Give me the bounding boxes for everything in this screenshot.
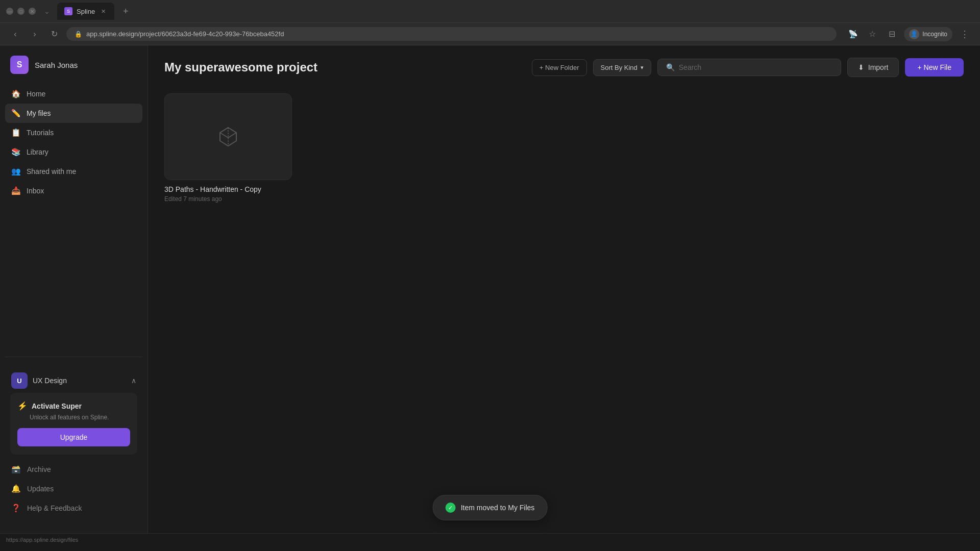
sidebar-nav: 🏠 Home ✏️ My files 📋 Tutorials 📚 Library…: [0, 84, 148, 350]
lock-icon: 🔒: [75, 31, 82, 38]
sort-button[interactable]: Sort By Kind ▾: [593, 59, 651, 76]
incognito-label: Incognito: [922, 31, 947, 38]
toast-notification: ✓ Item moved to My Files: [433, 495, 548, 520]
check-mark: ✓: [448, 505, 453, 511]
address-bar[interactable]: 🔒 app.spline.design/project/60623a3d-fe6…: [66, 27, 837, 41]
sidebar: S Sarah Jonas 🏠 Home ✏️ My files 📋 Tutor…: [0, 45, 148, 533]
browser-actions: 📡 ☆ ⊟ 👤 Incognito ⋮: [846, 27, 972, 41]
file-card[interactable]: 3D Paths - Handwritten - Copy Edited 7 m…: [164, 93, 292, 203]
window-controls: — ◻ ✕: [6, 8, 36, 15]
sidebar-item-tutorials[interactable]: 📋 Tutorials: [5, 123, 142, 142]
browser-chrome: — ◻ ✕ ⌄ S Spline ✕ + ‹ › ↻ 🔒 app.spline.…: [0, 0, 980, 45]
sidebar-item-inbox-label: Inbox: [27, 187, 44, 195]
search-placeholder: Search: [679, 63, 701, 71]
home-icon: 🏠: [11, 89, 20, 98]
browser-navbar: ‹ › ↻ 🔒 app.spline.design/project/60623a…: [0, 22, 980, 45]
tab-close-button[interactable]: ✕: [99, 7, 107, 15]
sidebar-item-shared[interactable]: 👥 Shared with me: [5, 162, 142, 181]
tab-favicon: S: [64, 7, 72, 15]
new-tab-button[interactable]: +: [118, 4, 133, 18]
sidebar-item-my-files-label: My files: [27, 109, 51, 117]
status-url: https://app.spline.design/files: [6, 537, 78, 543]
upgrade-button[interactable]: Upgrade: [17, 428, 130, 446]
nav-divider: [5, 357, 142, 357]
updates-icon: 🔔: [11, 484, 21, 493]
tabs-collapse[interactable]: ⌄: [44, 7, 50, 15]
archive-label: Archive: [27, 465, 51, 473]
sidebar-bottom: 🗃️ Archive 🔔 Updates ❓ Help & Feedback: [0, 455, 148, 523]
avatar-letter: S: [17, 60, 22, 69]
sidebar-item-updates[interactable]: 🔔 Updates: [5, 479, 142, 498]
sidebar-item-home[interactable]: 🏠 Home: [5, 84, 142, 104]
file-grid: 3D Paths - Handwritten - Copy Edited 7 m…: [148, 89, 980, 207]
help-label: Help & Feedback: [27, 504, 82, 512]
browser-titlebar: — ◻ ✕ ⌄ S Spline ✕ +: [0, 0, 980, 22]
workspace-header[interactable]: U UX Design ∧: [5, 368, 142, 393]
toast-message: Item moved to My Files: [461, 504, 535, 512]
sidebar-item-inbox[interactable]: 📥 Inbox: [5, 181, 142, 201]
activate-super-desc: Unlock all features on Spline.: [17, 414, 130, 421]
tab-title: Spline: [77, 8, 95, 15]
sidebar-toggle[interactable]: ⊟: [885, 27, 899, 41]
workspace-info: U UX Design: [11, 372, 67, 389]
sidebar-item-tutorials-label: Tutorials: [27, 129, 54, 137]
win-minimize[interactable]: —: [6, 8, 13, 15]
activate-super-header: ⚡ Activate Super: [17, 401, 130, 411]
workspace-avatar-letter: U: [17, 377, 21, 385]
app-layout: S Sarah Jonas 🏠 Home ✏️ My files 📋 Tutor…: [0, 45, 980, 533]
tutorials-icon: 📋: [11, 128, 20, 137]
shared-icon: 👥: [11, 167, 20, 176]
win-maximize[interactable]: ◻: [17, 8, 24, 15]
forward-button[interactable]: ›: [28, 27, 42, 41]
sidebar-item-library-label: Library: [27, 148, 48, 156]
new-file-button[interactable]: + New File: [905, 58, 964, 77]
upgrade-section: ⚡ Activate Super Unlock all features on …: [10, 393, 137, 455]
header-actions: + New Folder Sort By Kind ▾ 🔍 Search ⬇ I…: [532, 58, 964, 77]
workspace-collapse-icon[interactable]: ∧: [131, 377, 136, 385]
search-bar[interactable]: 🔍 Search: [657, 59, 841, 76]
menu-button[interactable]: ⋮: [958, 27, 972, 41]
user-profile[interactable]: S Sarah Jonas: [0, 56, 148, 84]
incognito-avatar: 👤: [909, 29, 919, 39]
sidebar-item-shared-label: Shared with me: [27, 167, 76, 176]
refresh-button[interactable]: ↻: [47, 27, 61, 41]
win-close[interactable]: ✕: [29, 8, 36, 15]
import-button[interactable]: ⬇ Import: [847, 58, 899, 77]
new-folder-button[interactable]: + New Folder: [532, 59, 587, 76]
sidebar-item-library[interactable]: 📚 Library: [5, 142, 142, 162]
sort-chevron-icon: ▾: [641, 64, 644, 71]
workspace-avatar: U: [11, 372, 28, 389]
project-title: My superawesome project: [164, 60, 317, 74]
sidebar-item-archive[interactable]: 🗃️ Archive: [5, 460, 142, 479]
sidebar-item-my-files[interactable]: ✏️ My files: [5, 104, 142, 123]
address-text: app.spline.design/project/60623a3d-fe69-…: [86, 30, 284, 38]
content-header: My superawesome project + New Folder Sor…: [148, 45, 980, 89]
file-name: 3D Paths - Handwritten - Copy: [164, 185, 292, 193]
import-label: Import: [868, 63, 889, 71]
cube-icon: [216, 124, 240, 149]
my-files-icon: ✏️: [11, 109, 20, 118]
main-content: My superawesome project + New Folder Sor…: [148, 45, 980, 533]
browser-tab-spline[interactable]: S Spline ✕: [57, 3, 114, 20]
status-bar: https://app.spline.design/files: [0, 533, 980, 545]
activate-super-label: Activate Super: [32, 402, 82, 410]
toast-check-icon: ✓: [446, 503, 456, 513]
user-avatar: S: [10, 56, 29, 74]
lightning-icon: ⚡: [17, 401, 28, 411]
workspace-name: UX Design: [33, 377, 67, 385]
updates-label: Updates: [27, 485, 54, 493]
workspace-section: U UX Design ∧ ⚡ Activate Super Unlock al…: [0, 363, 148, 455]
sort-label: Sort By Kind: [601, 64, 638, 71]
import-icon: ⬇: [858, 63, 864, 71]
archive-icon: 🗃️: [11, 465, 21, 474]
user-name: Sarah Jonas: [35, 61, 78, 69]
incognito-indicator: 👤 Incognito: [904, 27, 952, 41]
inbox-icon: 📥: [11, 186, 20, 195]
library-icon: 📚: [11, 147, 20, 157]
bookmark-button[interactable]: ☆: [865, 27, 879, 41]
sidebar-item-help[interactable]: ❓ Help & Feedback: [5, 498, 142, 518]
help-icon: ❓: [11, 504, 21, 513]
cast-button[interactable]: 📡: [846, 27, 860, 41]
sidebar-item-home-label: Home: [27, 90, 45, 98]
back-button[interactable]: ‹: [8, 27, 22, 41]
